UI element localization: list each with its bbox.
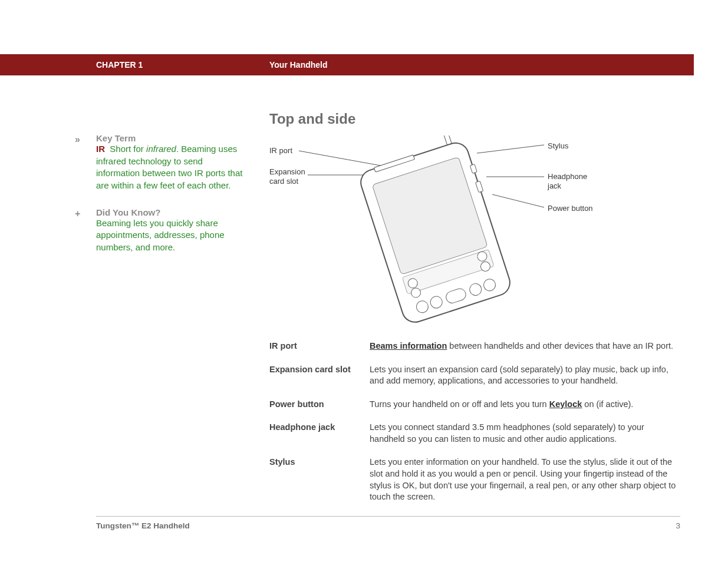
did-you-know-body: Beaming lets you quickly share appointme… bbox=[96, 217, 249, 254]
chapter-label: CHAPTER 1 bbox=[96, 60, 143, 70]
def-desc: Turns your handheld on or off and lets y… bbox=[370, 399, 681, 411]
key-term-keyword: IR bbox=[96, 144, 105, 154]
link-beams-information[interactable]: Beams information bbox=[370, 341, 447, 351]
def-term: Headphone jack bbox=[269, 422, 370, 445]
sidebar: » Key Term IR Short for infrared. Beamin… bbox=[75, 133, 249, 269]
def-desc: Lets you connect standard 3.5 mm headpho… bbox=[370, 422, 681, 445]
def-row-ir-port: IR port Beams information between handhe… bbox=[269, 340, 681, 352]
key-term-lead: Short for bbox=[110, 144, 146, 154]
def-row-stylus: Stylus Lets you enter information on you… bbox=[269, 457, 681, 503]
def-term: IR port bbox=[269, 340, 370, 352]
product-light: Handheld bbox=[151, 521, 190, 530]
def-term: Stylus bbox=[269, 457, 370, 503]
def-desc: Lets you enter information on your handh… bbox=[370, 457, 681, 503]
key-term-body: IR Short for infrared. Beaming uses infr… bbox=[96, 143, 249, 192]
def-desc: Lets you insert an expansion card (sold … bbox=[370, 364, 681, 387]
def-desc: Beams information between handhelds and … bbox=[370, 340, 681, 352]
chapter-header: CHAPTER 1 Your Handheld bbox=[0, 54, 694, 75]
def-post: on (if active). bbox=[582, 399, 633, 409]
key-term-ital: infrared bbox=[146, 144, 176, 154]
def-rest: between handhelds and other devices that… bbox=[447, 341, 673, 351]
def-term: Power button bbox=[269, 399, 370, 411]
link-keylock[interactable]: Keylock bbox=[549, 399, 582, 409]
product-bold: Tungsten™ E2 bbox=[96, 521, 151, 530]
page-number: 3 bbox=[676, 521, 680, 530]
def-row-power: Power button Turns your handheld on or o… bbox=[269, 399, 681, 411]
section-title: Top and side bbox=[269, 111, 682, 127]
plus-icon: + bbox=[75, 209, 80, 219]
chapter-title: Your Handheld bbox=[269, 60, 328, 70]
chevron-icon: » bbox=[75, 134, 80, 145]
product-name: Tungsten™ E2 Handheld bbox=[96, 521, 190, 530]
did-you-know-block: + Did You Know? Beaming lets you quickly… bbox=[75, 207, 249, 254]
def-row-headphone: Headphone jack Lets you connect standard… bbox=[269, 422, 681, 445]
device-diagram: IR port Expansion card slot Stylus Headp… bbox=[269, 135, 682, 330]
key-term-heading: Key Term bbox=[96, 133, 249, 143]
def-pre: Turns your handheld on or off and lets y… bbox=[370, 399, 549, 409]
page-footer: Tungsten™ E2 Handheld 3 bbox=[96, 516, 680, 530]
did-you-know-heading: Did You Know? bbox=[96, 207, 249, 217]
def-row-expansion: Expansion card slot Lets you insert an e… bbox=[269, 364, 681, 387]
main-content: Top and side IR port Expansion card slot… bbox=[269, 111, 682, 515]
definitions: IR port Beams information between handhe… bbox=[269, 340, 681, 503]
def-term: Expansion card slot bbox=[269, 364, 370, 387]
device-icon bbox=[358, 135, 511, 324]
key-term-block: » Key Term IR Short for infrared. Beamin… bbox=[75, 133, 249, 192]
